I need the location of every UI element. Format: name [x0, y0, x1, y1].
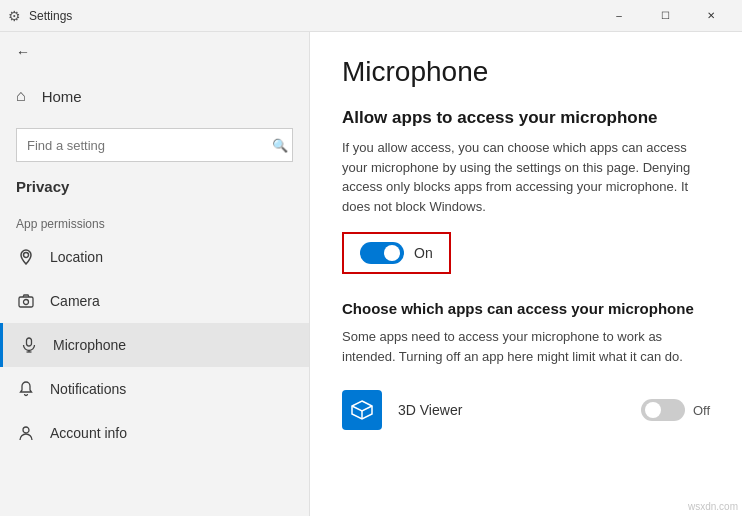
sidebar-item-camera[interactable]: Camera [0, 279, 309, 323]
svg-rect-1 [19, 297, 33, 307]
notifications-icon [16, 379, 36, 399]
app-permissions-label: App permissions [0, 207, 309, 235]
account-info-label: Account info [50, 425, 127, 441]
search-button[interactable]: 🔍 [272, 138, 288, 153]
microphone-icon [19, 335, 39, 355]
page-title: Microphone [342, 56, 710, 88]
back-arrow-icon: ← [16, 44, 30, 60]
app-row-3dviewer: 3D Viewer Off [342, 382, 710, 438]
allow-description: If you allow access, you can choose whic… [342, 138, 710, 216]
main-toggle[interactable] [360, 242, 404, 264]
watermark: wsxdn.com [688, 501, 738, 512]
main-container: ← ⌂ Home 🔍 Privacy App permissions Locat… [0, 32, 742, 516]
home-nav-item[interactable]: ⌂ Home [0, 72, 309, 120]
maximize-button[interactable]: ☐ [642, 0, 688, 32]
notifications-label: Notifications [50, 381, 126, 397]
toggle-track [360, 242, 404, 264]
home-label: Home [42, 88, 82, 105]
allow-heading: Allow apps to access your microphone [342, 108, 710, 128]
sidebar-item-microphone[interactable]: Microphone [0, 323, 309, 367]
location-icon [16, 247, 36, 267]
toggle-thumb [384, 245, 400, 261]
svg-point-0 [24, 253, 29, 258]
sidebar: ← ⌂ Home 🔍 Privacy App permissions Locat… [0, 32, 310, 516]
svg-rect-3 [27, 338, 32, 346]
privacy-label: Privacy [0, 170, 309, 207]
app-name-3dviewer: 3D Viewer [398, 402, 641, 418]
account-icon [16, 423, 36, 443]
camera-label: Camera [50, 293, 100, 309]
minimize-button[interactable]: – [596, 0, 642, 32]
app-toggle-track [641, 399, 685, 421]
content-area: Microphone Allow apps to access your mic… [310, 32, 742, 516]
toggle-on-label: On [414, 245, 433, 261]
app-3dviewer-toggle[interactable] [641, 399, 685, 421]
3d-viewer-icon [342, 390, 382, 430]
app-toggle-label-3dviewer: Off [693, 403, 710, 418]
titlebar: ⚙ Settings – ☐ ✕ [0, 0, 742, 32]
app-toggle-3dviewer: Off [641, 399, 710, 421]
microphone-label: Microphone [53, 337, 126, 353]
sidebar-item-location[interactable]: Location [0, 235, 309, 279]
sidebar-item-account-info[interactable]: Account info [0, 411, 309, 455]
svg-point-2 [24, 300, 29, 305]
titlebar-title: Settings [29, 9, 596, 23]
camera-icon [16, 291, 36, 311]
search-input[interactable] [17, 129, 292, 161]
settings-icon: ⚙ [8, 8, 21, 24]
main-toggle-container: On [342, 232, 451, 274]
choose-description: Some apps need to access your microphone… [342, 327, 710, 366]
svg-point-6 [23, 427, 29, 433]
sidebar-item-notifications[interactable]: Notifications [0, 367, 309, 411]
back-button[interactable]: ← [0, 32, 309, 72]
close-button[interactable]: ✕ [688, 0, 734, 32]
home-icon: ⌂ [16, 87, 26, 105]
search-box: 🔍 [16, 128, 293, 162]
app-toggle-thumb [645, 402, 661, 418]
titlebar-controls: – ☐ ✕ [596, 0, 734, 32]
choose-heading: Choose which apps can access your microp… [342, 298, 710, 319]
location-label: Location [50, 249, 103, 265]
